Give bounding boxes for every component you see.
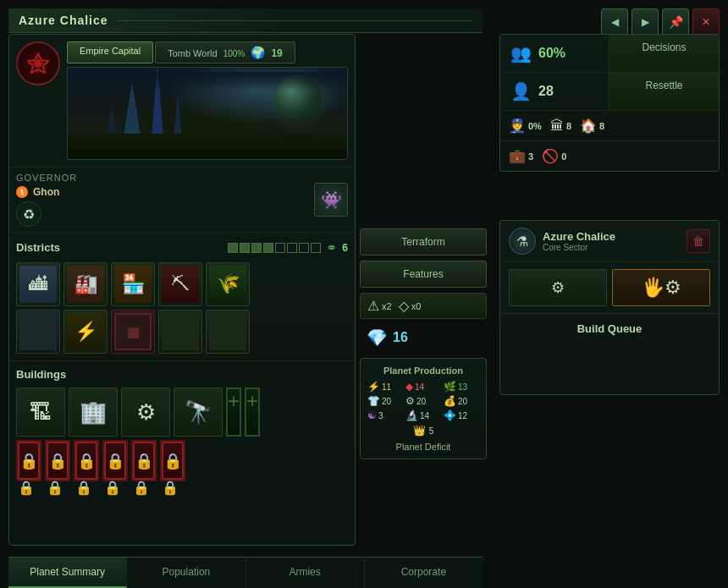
sector-header: ⚗ Azure Chalice Core Sector 🗑 — [500, 221, 719, 262]
habitability-count: 100% — [223, 49, 245, 58]
buildings-header: Buildings — [16, 368, 348, 381]
district-generator[interactable]: ⚡ — [63, 310, 108, 354]
jobs-value: 3 — [528, 151, 533, 162]
sector-name: Azure Chalice — [543, 230, 680, 243]
prod-research: 🔬14 — [405, 409, 441, 421]
sector-manage-button[interactable]: 🖐⚙ — [612, 269, 710, 306]
district-empty-4[interactable] — [206, 310, 250, 354]
building-4[interactable]: 🔭 — [174, 387, 223, 437]
district-empty-1[interactable] — [16, 310, 60, 354]
next-button[interactable]: ▶ — [631, 8, 659, 36]
energy-val: 11 — [382, 382, 391, 392]
buildings-row-2: 🔒 🔒 🔒 🔒 🔒 🔒 — [16, 440, 348, 481]
governor-ability-icon[interactable]: ♻ — [16, 201, 41, 227]
district-industrial-inner: 🏭 — [67, 266, 104, 303]
add-building-2[interactable]: + — [245, 387, 260, 437]
jewels-row: 💎 16 — [360, 324, 487, 351]
building-locked-2: 🔒 — [45, 440, 70, 481]
empire-emblem-icon — [25, 50, 52, 77]
district-empty-2[interactable]: ▦ — [111, 310, 155, 354]
production-panel: Planet Production ⚡11 ◆14 🌿13 👕20 ⚙20 💰2… — [360, 358, 487, 459]
window-title: Azure Chalice — [19, 14, 108, 27]
pop-total: 19 — [271, 47, 282, 59]
governor-label: Governor — [16, 173, 307, 183]
features-button[interactable]: Features — [360, 261, 487, 288]
tab-tomb-world[interactable]: Tomb World 100% 🌍 19 — [155, 41, 295, 63]
sector-delete-button[interactable]: 🗑 — [687, 229, 710, 253]
tab-corporate[interactable]: Corporate — [365, 558, 483, 588]
housing-icon: 🏠 — [580, 118, 597, 134]
consumer-val: 20 — [382, 397, 391, 406]
sector-actions: ⚙ 🖐⚙ — [500, 262, 719, 313]
blockers-item: ⚠ x2 — [367, 298, 392, 314]
governor-info: 1 Ghon — [16, 186, 307, 198]
alloys-val: 20 — [416, 397, 426, 406]
no-entry-stat: 🚫 0 — [542, 148, 566, 164]
add-icon-2: + — [246, 389, 258, 412]
governor-level: 1 — [16, 186, 28, 198]
building-2[interactable]: 🏢 — [69, 387, 118, 437]
sector-settings-button[interactable]: ⚙ — [509, 269, 607, 306]
decisions-button[interactable]: Decisions — [609, 35, 719, 72]
district-commercial[interactable]: 🏪 — [111, 262, 155, 306]
close-button[interactable]: ✕ — [692, 8, 720, 36]
planet-icon: 🌍 — [251, 46, 265, 59]
building-locked-1: 🔒 — [16, 440, 41, 481]
sector-info-text: Azure Chalice Core Sector — [543, 230, 680, 252]
slot-1 — [228, 243, 238, 253]
tab-planet-summary[interactable]: Planet Summary — [8, 558, 127, 588]
build-queue-section: Build Queue — [500, 313, 719, 394]
planet-background — [68, 68, 347, 159]
district-farm-inner: 🌾 — [209, 266, 246, 303]
jobs-icon: 💼 — [509, 148, 526, 164]
lock-overlay-1: 🔒 — [18, 442, 40, 480]
right-panel-top: 👥 60% Decisions 👤 28 Resettle 👮 0% 🏛 8 🏠… — [499, 34, 720, 172]
tab-empire-capital[interactable]: Empire Capital — [67, 41, 153, 63]
prev-button[interactable]: ◀ — [601, 8, 628, 36]
districts-grid: 🏙 🏭 🏪 ⛏ 🌾 — [16, 262, 348, 354]
ground-layer — [68, 134, 347, 159]
tab-population[interactable]: Population — [127, 558, 245, 588]
unity-icon: ☯ — [367, 409, 377, 421]
research-val: 14 — [420, 411, 429, 420]
crime-value: 0% — [528, 121, 542, 131]
add-building-1[interactable]: + — [226, 387, 241, 437]
prod-food: 🌿13 — [444, 381, 479, 393]
district-empty-3[interactable] — [158, 310, 202, 354]
pin-button[interactable]: 📌 — [662, 8, 689, 36]
influence-row: 👑 5 — [367, 425, 479, 437]
blockers-count: x2 — [382, 301, 392, 311]
resettle-button[interactable]: Resettle — [609, 73, 719, 110]
buildings-row-1: 🏗 🏢 ⚙ 🔭 + + — [16, 387, 348, 437]
crime-icon: 👮 — [509, 118, 526, 134]
slot-3 — [251, 243, 262, 253]
district-industrial[interactable]: 🏭 — [63, 262, 108, 306]
lock-overlay-2: 🔒 — [47, 442, 69, 480]
build-queue-empty — [510, 335, 709, 386]
district-slot-bar — [228, 243, 321, 253]
district-mining-inner: ⛏ — [162, 266, 199, 303]
districts-controls: ⚭ 6 — [228, 239, 348, 256]
terraform-button[interactable]: Terraform — [360, 228, 487, 256]
approval-value: 60% — [538, 46, 565, 61]
building-3[interactable]: ⚙ — [121, 387, 170, 437]
district-farm[interactable]: 🌾 — [206, 262, 250, 306]
production-grid: ⚡11 ◆14 🌿13 👕20 ⚙20 💰20 ☯3 🔬14 💠12 — [367, 381, 479, 421]
district-mining[interactable]: ⛏ — [158, 262, 202, 306]
buildings-grid: 🏗 🏢 ⚙ 🔭 + + 🔒 🔒 🔒 🔒 🔒 🔒 — [16, 387, 348, 481]
prod-unity: ☯3 — [367, 409, 403, 421]
pop-icon: 👤 — [510, 81, 532, 102]
food-val: 13 — [458, 382, 467, 392]
energy-icon: ⚡ — [367, 381, 380, 393]
tab-armies[interactable]: Armies — [246, 558, 365, 588]
building-1[interactable]: 🏗 — [16, 387, 65, 437]
district-city[interactable]: 🏙 — [16, 262, 60, 306]
mineral-icon: ◆ — [405, 381, 413, 393]
governor-portrait[interactable]: 👾 — [314, 183, 348, 217]
window-title-bar: Azure Chalice — [8, 8, 483, 33]
governor-name: Ghon — [33, 186, 59, 198]
exotic-icon: 💠 — [444, 409, 456, 421]
build-queue-title: Build Queue — [510, 322, 709, 335]
bottom-tabs: Planet Summary Population Armies Corpora… — [8, 557, 483, 588]
prod-consumer: 👕20 — [367, 395, 403, 407]
